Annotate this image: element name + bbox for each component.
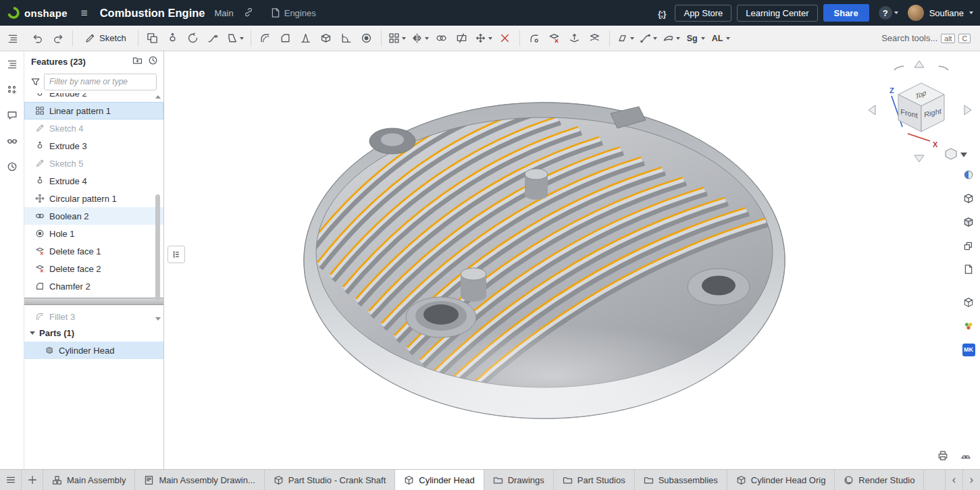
scroll-tabs-right-button[interactable]: › [962, 470, 980, 490]
scroll-up-icon[interactable] [155, 95, 161, 99]
linear-pattern-tool-button[interactable] [386, 28, 408, 49]
replace-face-tool-button[interactable] [586, 28, 604, 49]
featurescript-button[interactable]: {;} [654, 5, 669, 22]
folder-breadcrumb[interactable]: Engines [270, 7, 316, 18]
documentation-button[interactable] [960, 261, 977, 278]
transform-tool-button[interactable] [473, 28, 494, 49]
feature-item[interactable]: Delete face 2 [24, 260, 163, 277]
delete-part-tool-button[interactable] [496, 28, 515, 49]
insert-panel-button[interactable] [3, 81, 21, 99]
onshape-logo[interactable]: onshape [7, 6, 68, 20]
rollback-bar[interactable] [24, 298, 163, 305]
feature-item[interactable]: Extrude 3 [24, 137, 163, 155]
printer-button[interactable] [937, 450, 949, 464]
rotate-right-arrow[interactable] [964, 105, 971, 115]
delete-face-tool-button[interactable] [545, 28, 564, 49]
curve-tool-button[interactable] [638, 28, 659, 49]
history-button[interactable] [148, 55, 158, 67]
surface-tool-button[interactable] [661, 28, 682, 49]
move-face-tool-button[interactable] [565, 28, 584, 49]
add-tab-button[interactable] [22, 470, 43, 490]
user-menu[interactable]: Soufiane [929, 8, 973, 18]
render-mode-button[interactable] [960, 213, 977, 231]
projection-menu-button[interactable] [946, 148, 967, 159]
scroll-tabs-left-button[interactable]: ‹ [945, 470, 962, 490]
document-tab[interactable]: Render Studio [835, 470, 924, 490]
redo-button[interactable] [49, 28, 68, 49]
feature-item[interactable]: Linear pattern 1 [24, 102, 163, 119]
graphics-area[interactable]: Z X Top Front Right MK [165, 51, 980, 469]
document-tab[interactable]: Main Assembly [43, 470, 135, 490]
search-tools[interactable]: Search tools... alt C [881, 33, 975, 43]
folder-plus-button[interactable] [132, 55, 143, 67]
mirror-tool-button[interactable] [409, 28, 431, 49]
feature-item[interactable]: Boolean 2 [24, 207, 163, 225]
sg-tool-button[interactable]: Sg [684, 28, 707, 49]
copy-link-button[interactable] [239, 4, 258, 22]
tab-manager-button[interactable] [0, 470, 22, 490]
history-panel-button[interactable] [3, 158, 21, 175]
level-button[interactable] [960, 450, 972, 464]
split-tool-button[interactable] [453, 28, 471, 49]
toggle-panels-button[interactable] [3, 29, 22, 48]
feature-item[interactable]: Circular pattern 1 [24, 190, 163, 207]
appearance-button[interactable] [960, 166, 977, 184]
section-view-button[interactable] [960, 294, 977, 311]
chamfer-tool-button[interactable] [276, 28, 295, 49]
feature-list-panel-button[interactable] [3, 55, 21, 73]
copy-tool-button[interactable] [143, 28, 162, 49]
extrude-tool-button[interactable] [163, 28, 182, 49]
document-tab[interactable]: Main Assembly Drawin... [135, 470, 264, 490]
user-avatar[interactable] [908, 5, 924, 21]
rib-tool-button[interactable] [337, 28, 356, 49]
display-states-button[interactable] [960, 190, 977, 207]
feature-item[interactable]: Delete face 1 [24, 242, 163, 260]
main-menu-button[interactable]: ≡ [77, 5, 92, 22]
workspace-name[interactable]: Main [215, 8, 234, 18]
rotate-up-arrow[interactable] [914, 61, 924, 67]
sweep-tool-button[interactable] [204, 28, 223, 49]
feature-item[interactable]: Fillet 3 [24, 308, 163, 323]
help-menu-button[interactable]: ? [875, 3, 902, 22]
shell-tool-button[interactable] [317, 28, 336, 49]
document-tab[interactable]: Cylinder Head Orig [727, 470, 835, 490]
app-store-button[interactable]: App Store [675, 5, 731, 22]
scroll-down-icon[interactable] [155, 317, 161, 321]
feature-item[interactable]: Chamfer 2 [24, 277, 163, 295]
roll-cw-icon[interactable] [939, 66, 948, 70]
rotate-down-arrow[interactable] [914, 155, 924, 162]
scrollbar-thumb[interactable] [155, 194, 160, 300]
feature-item[interactable]: Sketch 4 [24, 119, 163, 137]
feature-item[interactable]: Extrude 2 [24, 93, 163, 102]
share-button[interactable]: Share [823, 4, 869, 22]
document-tab[interactable]: Subassemblies [635, 470, 727, 490]
document-tab[interactable]: Part Studios [554, 470, 635, 490]
roll-ccw-icon[interactable] [894, 66, 904, 70]
document-tab[interactable]: Cylinder Head [395, 470, 484, 490]
instances-button[interactable] [960, 237, 977, 254]
comment-panel-button[interactable] [3, 107, 21, 124]
parts-section-header[interactable]: Parts (1) [24, 324, 163, 342]
mk-button[interactable]: MK [960, 341, 977, 358]
colors-button[interactable] [960, 317, 977, 335]
rotate-left-arrow[interactable] [869, 105, 875, 115]
sketch-button[interactable]: Sketch [78, 28, 133, 49]
selection-filters-handle[interactable] [167, 246, 185, 263]
boolean-tool-button[interactable] [432, 28, 451, 49]
fillet-tool-button[interactable] [256, 28, 275, 49]
undo-button[interactable] [28, 28, 47, 49]
plane-tool-button[interactable] [615, 28, 636, 49]
feature-item[interactable]: Sketch 5 [24, 155, 163, 172]
feature-item[interactable]: Hole 1 [24, 225, 163, 242]
view-cube[interactable]: Z X Top Front Right [867, 59, 975, 167]
loft-tool-button[interactable] [224, 28, 246, 49]
document-tab[interactable]: Part Studio - Crank Shaft [265, 470, 396, 490]
document-tab[interactable]: Drawings [484, 470, 554, 490]
learning-center-button[interactable]: Learning Center [737, 5, 817, 22]
hole-tool-button[interactable] [357, 28, 376, 49]
feature-filter-input[interactable] [44, 74, 157, 90]
model-3d[interactable] [165, 51, 980, 469]
part-item[interactable]: Cylinder Head [24, 342, 163, 359]
draft-tool-button[interactable] [296, 28, 315, 49]
revolve-tool-button[interactable] [184, 28, 203, 49]
